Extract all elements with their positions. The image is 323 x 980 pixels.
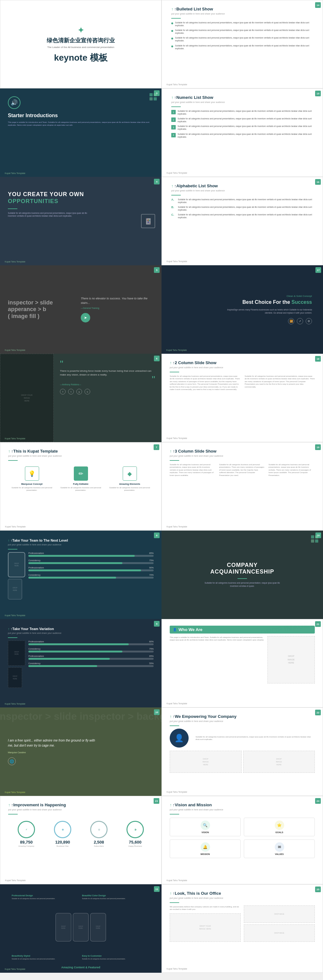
kupat-features: 💡 Marqusue Concept Suitable for all cate… <box>8 464 153 494</box>
separator <box>171 195 181 196</box>
alpha-marker-c: C. <box>171 213 176 216</box>
slide-title-team-variation: ↑Take Your Team Variation <box>8 627 154 631</box>
slide-our-office: 25 ↑Look, This is Our Office put your gr… <box>162 884 323 973</box>
progress-row-1: Professionalism85% <box>28 552 154 557</box>
list-marker: 2 <box>171 118 176 122</box>
slide-subtitle-our-office: put your great subtitle in here and shar… <box>170 897 315 899</box>
quote-author: —Anthony Robbins— <box>60 383 155 386</box>
slide-empowering: 22 ↑We Empowering Your Company put your … <box>162 708 323 796</box>
label-text-3: Professionalism <box>28 566 44 569</box>
page-number-19: 19 <box>315 444 321 450</box>
bullet <box>171 22 173 24</box>
list-text: Suitable for all categories business and… <box>178 213 313 219</box>
slide-footer-who: Kupat Tahu Template <box>166 702 187 705</box>
list-marker: 3 <box>171 125 176 129</box>
team-val-2: 75% <box>149 648 154 650</box>
amazing-item-2: Beautiful Color Design Suitable for all … <box>82 894 150 900</box>
team-bar-fill-1 <box>28 643 129 645</box>
page-number-5: 5 <box>154 267 160 273</box>
cover-title-cn: 绿色清新企业宣传咨询行业 <box>47 37 115 44</box>
separator <box>171 18 181 19</box>
slide-cover: ✦ 绿色清新企业宣传咨询行业 The Leader of the All bus… <box>0 0 162 88</box>
inspector-quote-area: There is no elevator to success. You hav… <box>78 293 154 326</box>
feature-body-editable: Suitable for all categories business and… <box>60 486 102 492</box>
team-progress-bars: Professionalism80% Consistency75% Profes… <box>28 641 154 688</box>
slide-title-2col: ↑2 Column Slide Show <box>170 360 315 365</box>
send-icon-area: ➤ <box>81 313 150 323</box>
col-1-text: Suitable for all categories business and… <box>170 463 216 477</box>
slide-subtitle-alphabetic: put your great subtitle in here and shar… <box>171 189 313 192</box>
slide-title-3col: ↑3 Column Slide Show <box>170 449 315 453</box>
label-val-1: 85% <box>149 552 154 554</box>
feature-title-amazing: Amazing Elements <box>119 482 140 485</box>
list-item: 4 Suitable for all categories business a… <box>171 133 313 138</box>
office-drop-image: DROP YOURIMAGE HERE <box>170 913 241 942</box>
cover-logo-icon: ✦ <box>77 25 84 35</box>
who-header: 👤 Who We Are <box>170 626 315 633</box>
slide-footer-clean-solid: Kupat Tahu Template <box>166 349 187 351</box>
slide-footer-inspector: Kupat Tahu Template <box>5 349 25 351</box>
company-body: Suitable for all categories business and… <box>203 581 282 588</box>
slide-subtitle-team-variation: put your great subtitle in here and shar… <box>8 632 154 634</box>
slide-footer-our-office: Kupat Tahu Template <box>166 968 187 970</box>
progress-fill-1 <box>28 555 135 557</box>
amazing-grid: Professional Design Suitable for all cat… <box>8 891 154 901</box>
page-number-6: 6 <box>154 356 160 361</box>
team-val-4: 55% <box>149 662 154 665</box>
list-text: Suitable for all categories business and… <box>177 110 313 115</box>
separator <box>8 460 17 461</box>
team-variation-content: DROPHERE DROPHERE Professionalism80% Con… <box>8 641 154 688</box>
progress-bg-4 <box>28 577 154 579</box>
separator <box>170 460 179 461</box>
stat-number-2: 120,890 <box>55 840 70 845</box>
vm-goals: ⭐ GOALS <box>244 818 315 836</box>
opportunities-headline1: YOU CREATE YOUR OWN <box>8 191 154 198</box>
feature-body-marquee: Suitable for all categories business and… <box>11 486 53 492</box>
list-text: Suitable for all categories business and… <box>175 29 313 34</box>
quote-mark: " <box>60 360 155 368</box>
starter-body: This page is suitable for introduction a… <box>8 121 154 127</box>
team-progress-row-3: Professionalism65% <box>28 655 154 660</box>
settings-icon: ⚙ <box>306 318 312 325</box>
starter-title: Starter Introductions <box>8 113 154 118</box>
inspector-text-3: ( image fill ) <box>8 313 78 320</box>
teal-sq <box>311 539 314 542</box>
slide-2column: 18 ↑2 Column Slide Show put your great s… <box>162 354 323 442</box>
list-text: Suitable for all categories business and… <box>175 21 313 27</box>
page-number-23: 23 <box>154 798 159 804</box>
alpha-marker-a: A. <box>171 198 176 201</box>
label-text-2: Consistency <box>28 559 40 562</box>
amazing-item-body-3: Suitable for all categories business and… <box>12 958 79 960</box>
team-progress-label-4: Consistency55% <box>28 662 154 665</box>
slide-starter: 3 🔊 Starter Introductions This page is s… <box>0 88 162 177</box>
clean-solid-icons: 📶 ↗ ⚙ <box>224 318 312 325</box>
amazing-item-title-1: Professional Design <box>12 894 79 897</box>
mission-icon: 🔔 <box>201 842 210 852</box>
team-progress-label-3: Professionalism65% <box>28 655 154 657</box>
free-spirit-watermark: inspector > slide inspector > background… <box>0 711 162 722</box>
progress-fill-3 <box>28 570 141 571</box>
send-icon: ➤ <box>81 313 90 323</box>
label-val-4: 70% <box>149 574 154 576</box>
3col-content: Suitable for all categories business and… <box>170 463 315 477</box>
page-number-16: 16 <box>315 179 321 185</box>
numeric-list: 1 Suitable for all categories business a… <box>171 110 313 138</box>
amazing-footer-label: Amazing Content & Featured <box>61 966 100 973</box>
list-item: 1 Suitable for all categories business a… <box>171 110 313 115</box>
bulleted-list: Suitable for all categories business and… <box>171 21 313 50</box>
office-drop-2: DROP IMAGE <box>244 905 315 923</box>
slide-free-spirit: 10 inspector > slide inspector > backgro… <box>0 708 162 796</box>
speaker-icon: 🔊 <box>11 99 17 106</box>
page-number-21: 21 <box>315 621 321 627</box>
progress-bars-area: Professionalism85% Consistency75% Profes… <box>28 552 154 600</box>
team-label-1: Professionalism <box>28 641 44 643</box>
slide-numeric: 15 ↑Numeric List Show put your great sub… <box>162 88 323 177</box>
amazing-item-3: Beautifully Styled Suitable for all cate… <box>12 955 79 960</box>
phone-images: DROPHERE DROPHERE <box>8 552 25 600</box>
slide-footer-team-variation: Kupat Tahu Template <box>5 703 25 705</box>
feature-icon-pencil: ✏ <box>74 466 88 481</box>
list-item: Suitable for all categories business and… <box>171 36 313 42</box>
stat-amazing: ✓ 89,750 Amazing Company <box>8 821 44 847</box>
progress-label-3: Professionalism90% <box>28 566 154 569</box>
separator <box>170 902 179 903</box>
